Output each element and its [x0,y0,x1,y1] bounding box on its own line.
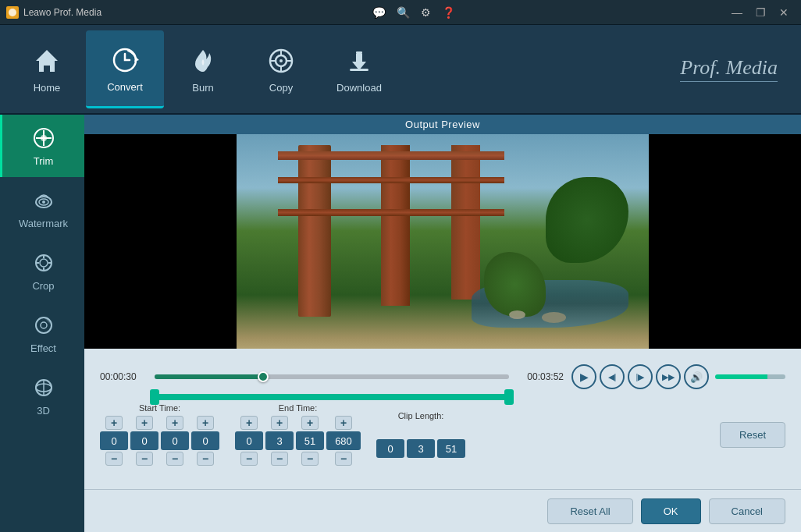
start-inc-2[interactable]: + [166,416,183,430]
beam-low [278,209,504,215]
help-icon[interactable]: ❓ [442,6,455,19]
burn-icon [187,44,219,77]
timeline-progress [155,374,261,379]
chat-icon[interactable]: 💬 [372,6,386,19]
timeline-track[interactable] [155,361,509,392]
start-input-0[interactable] [100,431,128,450]
gate-post-2 [381,145,410,306]
play-button[interactable]: ▶ [571,364,596,389]
garden-scene [237,134,649,349]
app-icon [6,6,19,19]
end-input-0[interactable] [235,431,263,450]
toolbar-burn-label: Burn [192,82,213,94]
sidebar-item-watermark[interactable]: Watermark [0,177,84,239]
close-button[interactable]: ✕ [773,4,795,21]
end-inc-2[interactable]: + [301,416,319,430]
toolbar-copy[interactable]: Copy [242,30,320,108]
toolbar-home[interactable]: Home [8,30,86,108]
end-input-3[interactable] [326,431,361,450]
bottom-bar: Reset All OK Cancel [84,489,801,532]
title-bar: Leawo Prof. Media 💬 🔍 ⚙ ❓ — ❐ ✕ [0,0,801,25]
trim-handle-left[interactable] [150,389,159,405]
end-input-2[interactable] [296,431,324,450]
svg-point-6 [279,59,283,62]
sidebar-item-trim[interactable]: Trim [0,115,84,177]
end-dec-3[interactable]: − [335,452,352,466]
clip-length-label: Clip Length: [398,411,444,420]
end-field-2: + − [296,416,324,466]
gate-post-3 [451,145,480,300]
start-inc-3[interactable]: + [197,416,214,430]
end-dec-0[interactable]: − [240,452,258,466]
convert-icon [109,44,141,76]
sidebar: Trim Watermark [0,115,84,532]
sidebar-watermark-label: Watermark [19,218,68,229]
3d-icon [31,375,56,400]
start-inc-0[interactable]: + [105,416,123,430]
end-time-label: End Time: [279,403,318,413]
volume-slider[interactable] [715,374,785,379]
start-dec-3[interactable]: − [197,452,214,466]
clip-length-fields [376,424,465,458]
minimize-button[interactable]: — [726,4,748,21]
main-toolbar: Home Convert Burn [0,25,801,115]
end-inc-3[interactable]: + [335,416,352,430]
toolbar-burn[interactable]: Burn [164,30,242,108]
search-icon[interactable]: 🔍 [397,6,410,19]
timeline-row: 00:00:30 00:03:52 ▶ [100,356,785,397]
toolbar-home-label: Home [34,82,61,94]
playback-controls: ▶ ◀| |▶ ▶▶ 🔊 [571,364,785,389]
reset-all-button[interactable]: Reset All [547,498,632,524]
ok-button[interactable]: OK [641,498,701,524]
clip-input-2[interactable] [437,439,465,458]
start-dec-1[interactable]: − [136,452,153,466]
end-input-1[interactable] [265,431,294,450]
start-input-3[interactable] [191,431,219,450]
trim-bar[interactable] [155,394,509,400]
black-bar-right [649,134,801,349]
end-dec-1[interactable]: − [271,452,288,466]
clip-field-1 [407,424,435,458]
start-frame-button[interactable]: ◀| [600,364,625,389]
next-frame-button[interactable]: ▶▶ [656,364,681,389]
sidebar-item-effect[interactable]: Effect [0,302,84,364]
effect-icon [31,313,56,338]
stone-1 [542,312,567,323]
maximize-button[interactable]: ❐ [749,4,771,21]
black-bar-left [84,134,237,349]
timeline-thumb[interactable] [258,371,269,382]
clip-input-1[interactable] [407,439,435,458]
start-inc-1[interactable]: + [136,416,153,430]
volume-button[interactable]: 🔊 [684,364,709,389]
time-start: 00:00:30 [100,371,147,382]
end-dec-2[interactable]: − [301,452,319,466]
toolbar-download[interactable]: Download [320,30,398,108]
cancel-button[interactable]: Cancel [709,498,785,524]
end-frame-button[interactable]: |▶ [628,364,653,389]
start-input-2[interactable] [161,431,189,450]
end-inc-1[interactable]: + [271,416,288,430]
toolbar-copy-label: Copy [269,82,293,94]
sidebar-item-3d[interactable]: 3D [0,364,84,427]
timeline-bg [155,374,509,379]
start-time-label: Start Time: [139,403,180,413]
svg-rect-13 [356,54,362,62]
start-dec-0[interactable]: − [105,452,123,466]
svg-point-21 [42,200,45,204]
start-dec-2[interactable]: − [166,452,183,466]
clip-input-0[interactable] [376,439,404,458]
toolbar-convert[interactable]: Convert [86,30,164,108]
settings-icon[interactable]: ⚙ [421,6,431,19]
start-input-1[interactable] [130,431,158,450]
beam-mid [278,177,504,183]
preview-header: Output Preview [84,115,801,134]
sidebar-item-crop[interactable]: Crop [0,239,84,302]
reset-button[interactable]: Reset [720,422,785,448]
svg-point-23 [40,259,48,267]
trim-handle-right[interactable] [504,389,514,405]
watermark-icon [31,188,56,213]
end-inc-0[interactable]: + [240,416,258,430]
toolbar-convert-label: Convert [107,81,143,93]
time-end: 00:03:52 [517,371,564,382]
home-icon [30,44,63,77]
